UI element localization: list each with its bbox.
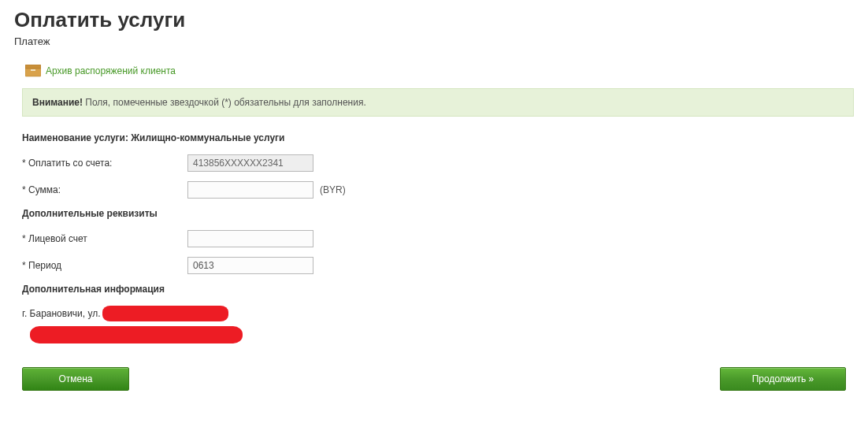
page-subtitle: Платеж [14,35,854,47]
personal-account-label: * Лицевой счет [22,233,187,244]
amount-input[interactable] [187,181,313,199]
period-label: * Период [22,260,187,271]
additional-info-heading: Дополнительная информация [22,284,854,295]
svg-rect-1 [25,65,41,69]
period-row: * Период [22,257,854,274]
redacted-block-1 [102,306,228,321]
personal-account-row: * Лицевой счет [22,230,854,247]
address-line: г. Барановичи, ул. [22,306,854,321]
period-input[interactable] [187,257,313,274]
redacted-block-2 [30,326,243,343]
svg-rect-2 [31,69,35,71]
amount-label: * Сумма: [22,184,187,195]
currency-label: (BYR) [320,184,346,195]
service-name-row: Наименование услуги: Жилищно-коммунальны… [22,132,854,143]
notice-banner: Внимание! Поля, помеченные звездочкой (*… [22,88,854,117]
service-label-prefix: Наименование услуги: [22,132,131,143]
account-input [187,154,313,172]
personal-account-input[interactable] [187,230,313,247]
archive-link-row: Архив распоряжений клиента [25,65,854,77]
address-prefix: г. Барановичи, ул. [22,308,101,319]
archive-icon [25,65,41,77]
notice-text: Поля, помеченные звездочкой (*) обязател… [83,97,366,108]
account-label: * Оплатить со счета: [22,158,187,169]
archive-link[interactable]: Архив распоряжений клиента [46,65,176,76]
account-row: * Оплатить со счета: [22,154,854,172]
cancel-button[interactable]: Отмена [22,367,129,391]
notice-prefix: Внимание! [32,97,83,108]
continue-button[interactable]: Продолжить » [720,367,846,391]
service-name: Жилищно-коммунальные услуги [131,132,284,143]
button-row: Отмена Продолжить » [22,367,846,391]
additional-req-heading: Дополнительные реквизиты [22,208,854,219]
page-title: Оплатить услуги [14,8,854,32]
amount-row: * Сумма: (BYR) [22,181,854,199]
